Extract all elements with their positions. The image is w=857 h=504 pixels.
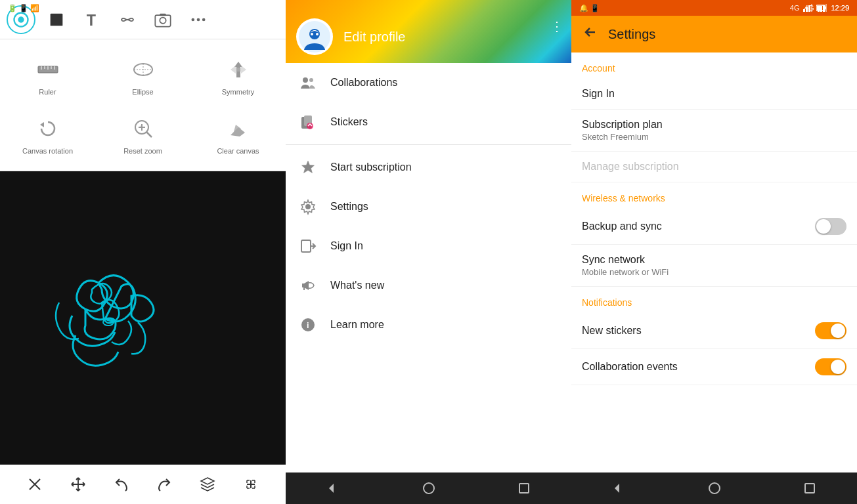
svg-marker-19 bbox=[40, 122, 44, 127]
menu-bottom-nav bbox=[286, 472, 571, 504]
clear-canvas-label: Clear canvas bbox=[217, 147, 259, 155]
symmetry-label: Symmetry bbox=[222, 88, 255, 96]
svg-point-7 bbox=[192, 18, 195, 21]
draw-bottom-bar bbox=[0, 465, 286, 504]
start-subscription-label: Start subscription bbox=[330, 161, 412, 173]
collaboration-events-toggle[interactable] bbox=[815, 358, 846, 375]
canvas-rotation-icon bbox=[33, 114, 62, 143]
settings-back-button[interactable] bbox=[582, 24, 598, 44]
menu-more-button[interactable]: ⋮ bbox=[550, 18, 563, 34]
sync-network-subtitle: Mobile network or WiFi bbox=[582, 267, 669, 277]
collaborations-label: Collaborations bbox=[330, 77, 397, 89]
tools-grid: Ruler Ellipse Symmetry bbox=[0, 39, 286, 171]
ellipse-icon bbox=[129, 55, 158, 84]
symmetry-tool-item[interactable]: Symmetry bbox=[190, 46, 286, 105]
svg-point-58 bbox=[709, 483, 720, 494]
move-button[interactable] bbox=[65, 471, 91, 497]
time-label: 12:29 bbox=[831, 4, 849, 12]
subscription-plan-text: Subscription plan Sketch Freemium bbox=[582, 119, 663, 142]
svg-marker-57 bbox=[615, 484, 619, 493]
clear-canvas-tool-item[interactable]: Clear canvas bbox=[190, 105, 286, 164]
sticker-icon bbox=[299, 113, 317, 131]
sign-in-setting-item[interactable]: Sign In bbox=[571, 79, 857, 110]
menu-item-start-subscription[interactable]: Start subscription bbox=[286, 148, 571, 187]
sync-network-title: Sync network bbox=[582, 254, 669, 266]
menu-item-learn-more[interactable]: i Learn more bbox=[286, 305, 571, 345]
symmetry-icon bbox=[224, 55, 253, 84]
menu-item-stickers[interactable]: Stickers bbox=[286, 102, 571, 142]
canvas-rotation-tool-item[interactable]: Canvas rotation bbox=[0, 105, 95, 164]
avatar-image bbox=[299, 21, 330, 52]
new-stickers-toggle[interactable] bbox=[815, 322, 846, 339]
settings-back-nav-button[interactable] bbox=[606, 475, 632, 501]
layers-button[interactable] bbox=[194, 471, 221, 497]
manage-subscription-item[interactable]: Manage subscription bbox=[571, 152, 857, 182]
svg-point-37 bbox=[309, 78, 313, 82]
collaboration-events-title: Collaboration events bbox=[582, 361, 678, 373]
settings-recents-nav-button[interactable] bbox=[797, 475, 823, 501]
settings-page-title: Settings bbox=[608, 27, 655, 42]
collaboration-events-item[interactable]: Collaboration events bbox=[571, 349, 857, 385]
svg-point-5 bbox=[160, 17, 165, 23]
notification-icon: 📱 bbox=[19, 4, 28, 12]
close-button[interactable] bbox=[22, 471, 48, 497]
undo-button[interactable] bbox=[108, 471, 135, 497]
sign-in-label: Sign In bbox=[330, 240, 363, 252]
svg-rect-43 bbox=[301, 240, 311, 252]
menu-list: Collaborations Stickers Start s bbox=[286, 63, 571, 472]
menu-item-collaborations[interactable]: Collaborations bbox=[286, 63, 571, 102]
redo-button[interactable] bbox=[151, 471, 177, 497]
svg-point-36 bbox=[303, 77, 308, 83]
learn-more-label: Learn more bbox=[330, 319, 384, 331]
svg-point-1 bbox=[18, 16, 24, 22]
signin-icon bbox=[299, 237, 317, 255]
settings-body: Account Sign In Subscription plan Sketch… bbox=[571, 52, 857, 472]
settings-header: Settings bbox=[571, 16, 857, 52]
sign-in-text: Sign In bbox=[582, 88, 615, 100]
ellipse-label: Ellipse bbox=[132, 88, 153, 96]
reset-zoom-tool-item[interactable]: + Reset zoom bbox=[95, 105, 190, 164]
sync-network-item[interactable]: Sync network Mobile network or WiFi bbox=[571, 245, 857, 287]
info-icon: i bbox=[299, 316, 317, 334]
ruler-icon bbox=[33, 55, 62, 84]
expand-button[interactable] bbox=[238, 471, 264, 497]
svg-rect-28 bbox=[818, 9, 820, 12]
clear-canvas-icon bbox=[224, 114, 253, 143]
recents-nav-button[interactable] bbox=[511, 475, 537, 501]
user-avatar bbox=[296, 18, 333, 55]
menu-header-title: Edit profile bbox=[343, 30, 406, 45]
svg-text:+: + bbox=[139, 125, 142, 129]
menu-item-sign-in[interactable]: Sign In bbox=[286, 226, 571, 266]
backup-sync-item[interactable]: Backup and sync bbox=[571, 209, 857, 245]
backup-sync-toggle[interactable] bbox=[815, 218, 846, 235]
menu-item-whats-new[interactable]: What's new bbox=[286, 266, 571, 305]
subscription-plan-subtitle: Sketch Freemium bbox=[582, 132, 663, 142]
backup-sync-text: Backup and sync bbox=[582, 220, 662, 232]
settings-home-nav-button[interactable] bbox=[701, 475, 728, 501]
svg-point-8 bbox=[197, 18, 200, 21]
home-nav-button[interactable] bbox=[416, 475, 442, 501]
svg-rect-59 bbox=[805, 484, 814, 493]
svg-text:i: i bbox=[307, 320, 309, 330]
svg-point-35 bbox=[316, 33, 319, 35]
svg-marker-41 bbox=[302, 161, 315, 173]
status-icons: 🔋 📱 📶 bbox=[8, 4, 39, 12]
settings-panel: 🔔 📱 4G 12:29 Settings bbox=[571, 0, 857, 504]
back-nav-button[interactable] bbox=[320, 475, 347, 501]
reset-zoom-label: Reset zoom bbox=[123, 147, 162, 155]
canvas-rotation-label: Canvas rotation bbox=[22, 147, 73, 155]
subscription-plan-item[interactable]: Subscription plan Sketch Freemium bbox=[571, 110, 857, 152]
menu-item-settings[interactable]: Settings bbox=[286, 187, 571, 226]
ruler-tool-item[interactable]: Ruler bbox=[0, 46, 95, 105]
star-icon bbox=[299, 158, 317, 177]
drawing-canvas[interactable] bbox=[0, 171, 286, 465]
battery-icon: 🔋 bbox=[8, 4, 17, 12]
toggle-knob-stickers bbox=[831, 324, 845, 338]
ellipse-tool-item[interactable]: Ellipse bbox=[95, 46, 190, 105]
drawing-panel: T bbox=[0, 0, 286, 504]
new-stickers-item[interactable]: New stickers bbox=[571, 313, 857, 349]
account-section-header: Account bbox=[571, 52, 857, 79]
status-right: 4G 12:29 bbox=[804, 4, 849, 12]
toggle-knob-collab bbox=[831, 360, 845, 374]
menu-panel: 🔋 📱 📶 4G 12:29 E bbox=[286, 0, 571, 504]
